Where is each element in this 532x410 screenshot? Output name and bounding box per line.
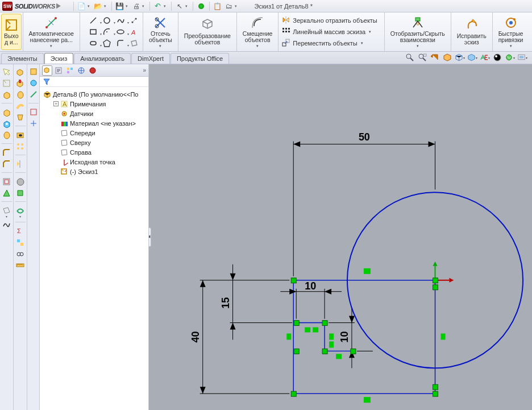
measure-icon[interactable] <box>15 260 26 270</box>
hide-show-icon[interactable]: ▾ <box>480 52 490 63</box>
sketch-rectangle[interactable] <box>293 280 435 394</box>
open-file-icon[interactable] <box>94 2 103 11</box>
print-icon[interactable] <box>132 2 141 11</box>
appearance2-icon[interactable] <box>15 188 26 198</box>
expand-icon[interactable]: + <box>53 101 59 106</box>
dropdown-icon[interactable]: ▾ <box>369 30 371 34</box>
tab-sketch[interactable]: Эскиз <box>44 53 73 64</box>
tree-origin[interactable]: Исходная точка <box>51 157 147 167</box>
dropdown-icon[interactable]: ▾ <box>235 4 239 8</box>
rebuild-icon[interactable] <box>197 2 206 11</box>
dropdown-icon[interactable]: ▾ <box>361 41 363 45</box>
zoom-area-icon[interactable] <box>417 52 427 63</box>
mate-icon[interactable] <box>15 249 26 259</box>
revolve-icon[interactable] <box>2 130 12 140</box>
prev-view-icon[interactable] <box>430 52 440 63</box>
view-settings-icon[interactable]: ▾ <box>517 52 527 63</box>
rib-icon[interactable] <box>2 188 12 198</box>
select-tool-icon[interactable] <box>2 67 12 77</box>
features-icon[interactable] <box>15 67 26 77</box>
sketch-tool-icon[interactable] <box>2 78 12 88</box>
dropdown-icon[interactable]: ▾ <box>185 4 189 8</box>
new-document-icon[interactable] <box>77 2 86 11</box>
dimension-50[interactable]: 50 <box>293 132 435 276</box>
display-style-icon[interactable]: ▾ <box>467 52 477 63</box>
dropdown-icon[interactable]: ▾ <box>164 4 168 8</box>
cut-extrude-icon[interactable] <box>2 118 12 129</box>
config-tab-icon[interactable] <box>65 65 75 76</box>
offset-entities-button[interactable]: Смещение объектов ▾ <box>240 14 275 50</box>
trim-entities-button[interactable]: Отсечь объекты ▾ <box>147 14 174 50</box>
filter-bar[interactable] <box>40 77 148 87</box>
plane-tool[interactable] <box>126 38 143 49</box>
graphics-area[interactable]: 50 40 15 <box>149 64 532 410</box>
tree-sensors[interactable]: Датчики <box>51 109 147 118</box>
feature-tree-tab-icon[interactable] <box>42 65 52 76</box>
extrude-tool-icon[interactable] <box>2 89 12 100</box>
dropdown-icon[interactable]: ▾ <box>50 44 52 48</box>
chamfer-icon[interactable] <box>2 159 12 169</box>
appearance-icon[interactable] <box>492 52 502 63</box>
dropdown-icon[interactable]: ▾ <box>159 44 161 48</box>
tree-front-plane[interactable]: Спереди <box>51 128 147 138</box>
tree-annotations[interactable]: + A Примечания <box>51 99 147 109</box>
misc-icon-1[interactable] <box>28 67 39 77</box>
tree-root[interactable]: Деталь8 (По умолчанию<<По <box>41 89 147 99</box>
dimension-40[interactable]: 40 <box>190 280 290 394</box>
smart-dimension-button[interactable]: Автоматическое нанесение ра... ▾ <box>27 14 76 50</box>
dropdown-icon[interactable]: ▾ <box>19 214 21 218</box>
undo-icon[interactable] <box>153 2 163 11</box>
tree-material[interactable]: Материал <не указан> <box>51 118 147 128</box>
dropdown-icon[interactable]: ▾ <box>126 4 130 8</box>
config-icon[interactable] <box>15 237 26 247</box>
repair-sketch-button[interactable]: Исправить эскиз <box>455 14 489 50</box>
pattern-3d-icon[interactable] <box>15 141 26 151</box>
tree-top-plane[interactable]: Сверху <box>51 138 147 147</box>
scene-icon[interactable]: ▾ <box>505 52 515 63</box>
save-icon[interactable] <box>115 2 124 11</box>
display-relations-button[interactable]: Отобразить/Скрыть взаимосвязи ▾ <box>388 14 447 50</box>
sweep-icon[interactable] <box>15 101 26 111</box>
curves-icon[interactable] <box>2 220 12 230</box>
dropdown-icon[interactable]: ▾ <box>88 4 92 8</box>
dropdown-icon[interactable]: ▾ <box>510 44 512 48</box>
tab-dimxpert[interactable]: DimXpert <box>131 53 170 64</box>
dropdown-icon[interactable]: ▾ <box>256 44 259 48</box>
boss-extrude-icon[interactable] <box>2 107 12 117</box>
misc-icon-2[interactable] <box>28 78 39 88</box>
fillet-3d-icon[interactable] <box>2 147 12 158</box>
misc-icon-3[interactable] <box>28 89 39 100</box>
dimension-15[interactable]: 15 <box>220 264 293 340</box>
misc-icon-4[interactable] <box>28 107 39 117</box>
revolve2-icon[interactable] <box>15 89 26 100</box>
mirror-entities-button[interactable]: Зеркально отразить объекты <box>282 15 380 26</box>
display-tab-icon[interactable] <box>88 65 98 76</box>
dropdown-icon[interactable]: ▾ <box>142 4 146 8</box>
dropdown-icon[interactable]: ▾ <box>104 4 108 8</box>
eq-icon[interactable]: Σ <box>15 226 26 236</box>
tree-right-plane[interactable]: Справа <box>51 147 147 157</box>
hole-icon[interactable] <box>15 130 26 140</box>
dropdown-icon[interactable]: ▾ <box>417 44 419 48</box>
document-options-icon[interactable] <box>225 2 234 11</box>
tab-features[interactable]: Элементы <box>1 53 44 64</box>
dimension-10-v[interactable]: 10 <box>329 309 373 368</box>
tab-office[interactable]: Продукты Office <box>171 53 229 64</box>
property-tab-icon[interactable] <box>53 65 64 76</box>
misc-icon-5[interactable] <box>28 118 39 129</box>
linear-pattern-button[interactable]: Линейный массив эскиза ▾ <box>282 26 380 37</box>
panel-chevron-icon[interactable]: » <box>143 67 146 73</box>
point-tool[interactable] <box>126 15 143 26</box>
tab-evaluate[interactable]: Анализировать <box>74 53 131 64</box>
loft-icon[interactable] <box>15 112 26 122</box>
quick-snaps-button[interactable]: Быстрые привязки ▾ <box>496 14 526 50</box>
material-icon[interactable] <box>15 176 26 187</box>
zoom-fit-icon[interactable] <box>405 52 415 63</box>
tree-sketch1[interactable]: (-) Эскиз1 <box>51 167 147 176</box>
text-tool[interactable]: A <box>126 26 143 38</box>
dimxpert-tab-icon[interactable] <box>76 65 86 76</box>
select-icon[interactable] <box>175 2 184 11</box>
view-orientation-icon[interactable]: ▾ <box>455 52 465 63</box>
exit-sketch-button[interactable]: Выхо д и... <box>1 14 22 50</box>
convert-entities-button[interactable]: Преобразование объектов <box>182 14 233 50</box>
